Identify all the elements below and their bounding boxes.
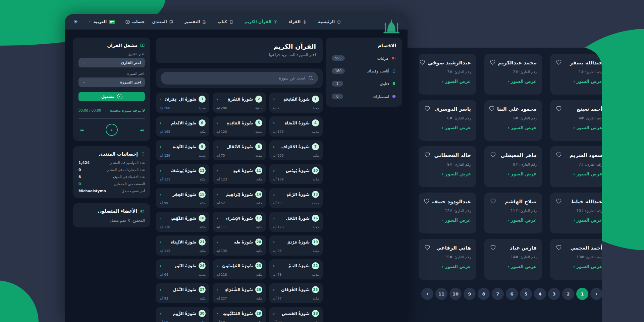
surah-card[interactable]: 14 سُورَةُ إِبْرَاهِيمَ ‹ مكية 52 آية <box>213 188 266 208</box>
reciter-card[interactable]: أحمد العجمي رقم القارئ: #13 عرض السور ‹ <box>550 239 602 280</box>
category-item-consultations[interactable]: استشارات 0 <box>332 94 396 99</box>
pagination-page[interactable]: 11 <box>435 288 447 300</box>
surah-card[interactable]: 30 سُورَةُ الرُّومِ ‹ مكية 60 آية <box>156 307 209 322</box>
play-pause-button[interactable]: ▸ <box>106 124 118 136</box>
reciter-card[interactable]: فارس عباد رقم القارئ: #14 عرض السور ‹ <box>484 239 542 280</box>
pagination-next-button[interactable]: › <box>590 288 602 300</box>
pagination-page[interactable]: 1 <box>576 288 588 300</box>
pagination-page[interactable]: 7 <box>492 288 504 300</box>
surah-card[interactable]: 17 سُورَةُ الإِسْرَاءِ ‹ مكية 111 آية <box>213 212 266 232</box>
heart-icon[interactable] <box>555 198 562 206</box>
heart-icon[interactable] <box>555 244 562 252</box>
surah-search-input[interactable] <box>161 72 318 85</box>
heart-icon[interactable] <box>490 244 496 252</box>
view-surahs-link[interactable]: عرض السور ‹ <box>490 125 537 130</box>
reciter-card[interactable]: أحمد نعينع رقم القارئ: #4 عرض السور ‹ <box>550 100 602 141</box>
view-surahs-link[interactable]: عرض السور ‹ <box>424 79 471 84</box>
heart-icon[interactable] <box>424 244 431 252</box>
reciter-card[interactable]: ياسر الدوسري رقم القارئ: #6 عرض السور ‹ <box>419 100 476 141</box>
view-surahs-link[interactable]: عرض السور ‹ <box>490 218 537 223</box>
view-surahs-link[interactable]: عرض السور ‹ <box>490 79 537 84</box>
surah-card[interactable]: 11 سُورَةُ هُودٍ ‹ مكية 123 آية <box>213 164 266 184</box>
view-surahs-link[interactable]: عرض السور ‹ <box>555 171 602 176</box>
heart-icon[interactable] <box>419 59 426 67</box>
heart-icon[interactable] <box>489 59 496 67</box>
heart-icon[interactable] <box>555 151 562 159</box>
view-surahs-link[interactable]: عرض السور ‹ <box>555 79 602 84</box>
surah-card[interactable]: 21 سُورَةُ الأَنْبِيَاءِ ‹ مكية 112 آية <box>156 235 209 256</box>
heart-icon[interactable] <box>490 151 496 159</box>
surah-card[interactable]: 7 سُورَةُ الأَعْرَافِ ‹ مكية 206 آية <box>269 140 323 160</box>
surah-card[interactable]: 28 سُورَةُ القَصَصِ ‹ مكية 88 آية <box>269 307 323 322</box>
heart-icon[interactable] <box>424 105 431 113</box>
pagination-page[interactable]: 8 <box>478 288 490 300</box>
view-surahs-link[interactable]: عرض السور ‹ <box>424 171 471 176</box>
view-surahs-link[interactable]: عرض السور ‹ <box>555 218 602 223</box>
reciter-select[interactable]: اختر القارئ <box>78 58 145 67</box>
rewind-icon[interactable]: ◂◂ <box>140 127 143 132</box>
surah-card[interactable]: 22 سُورَةُ الحَجِّ ‹ مدنية 78 آية <box>269 259 323 279</box>
view-surahs-link[interactable]: عرض السور ‹ <box>555 264 602 269</box>
reciter-card[interactable]: هاني الرفاعي رقم القارئ: #15 عرض السور ‹ <box>419 239 476 280</box>
surah-card[interactable]: 23 سُورَةُ المُؤْمِنُونَ ‹ مكية 118 آية <box>213 259 266 279</box>
surah-card[interactable]: 29 سُورَةُ العَنْكَبُوتِ ‹ مكية 69 آية <box>213 307 266 322</box>
pagination-page[interactable]: 5 <box>520 288 532 300</box>
view-surahs-link[interactable]: عرض السور ‹ <box>424 125 471 130</box>
nav-item-quran[interactable]: القرآن الكريم <box>245 19 278 24</box>
account-button[interactable]: حساب <box>125 19 145 24</box>
heart-icon[interactable] <box>555 105 562 113</box>
fast-forward-icon[interactable]: ▸▸ <box>80 127 84 132</box>
surah-card[interactable]: 25 سُورَةُ الفُرْقَانِ ‹ مكية 77 آية <box>269 283 323 303</box>
view-surahs-link[interactable]: عرض السور ‹ <box>490 171 537 176</box>
pagination-page[interactable]: 4 <box>534 288 546 300</box>
surah-card[interactable]: 8 سُورَةُ الأَنْفَالِ ‹ مدنية 75 آية <box>213 140 266 160</box>
heart-icon[interactable] <box>555 59 562 67</box>
surah-card[interactable]: 9 سُورَةُ التَّوْبَةِ ‹ مدنية 129 آية <box>156 140 209 160</box>
reciter-card[interactable]: ماهر المعيقلي رقم القارئ: #8 عرض السور ‹ <box>484 146 542 187</box>
surah-card[interactable]: 19 سُورَةُ مَرْيَمَ ‹ مكية 98 آية <box>269 235 323 256</box>
play-button[interactable]: ▸ تشغيل <box>78 92 145 101</box>
reciter-card[interactable]: عبدالله بصفر رقم القارئ: #1 عرض السور ‹ <box>550 54 602 95</box>
surah-card[interactable]: 3 سُورَةُ آلِ عِمْرَانَ ‹ مدنية 200 آية <box>156 93 209 113</box>
nav-item-forum[interactable]: المنتدى <box>152 19 173 24</box>
reciter-card[interactable]: محمد عبدالكريم رقم القارئ: #2 عرض السور … <box>484 54 542 95</box>
surah-card[interactable]: 6 سُورَةُ الأَنْعَامِ ‹ مكية 165 آية <box>156 116 209 137</box>
reciter-card[interactable]: عبدالودود حنيف رقم القارئ: #12 عرض السور… <box>419 193 476 233</box>
pagination-page[interactable]: 2 <box>562 288 574 300</box>
reciter-card[interactable]: عبدالرشيد صوفي رقم القارئ: #3 عرض السور … <box>419 54 476 95</box>
surah-card[interactable]: 15 سُورَةُ الحِجْرِ ‹ مكية 99 آية <box>156 188 209 208</box>
surah-card[interactable]: 20 سُورَةُ طه ‹ مكية 135 آية <box>213 235 266 256</box>
reciter-card[interactable]: محمود علي البنا رقم القارئ: #5 عرض السور… <box>484 100 542 141</box>
pagination-page[interactable]: 3 <box>548 288 560 300</box>
view-surahs-link[interactable]: عرض السور ‹ <box>424 264 471 269</box>
surah-card[interactable]: 10 سُورَةُ يُونُسَ ‹ مكية 109 آية <box>269 164 323 184</box>
surah-card[interactable]: 26 سُورَةُ الشُّعَرَاءِ ‹ مكية 227 آية <box>213 283 266 303</box>
language-selector[interactable]: العربية <box>88 19 115 24</box>
progress-bar[interactable] <box>78 118 145 119</box>
pagination-prev-button[interactable]: ‹ <box>421 288 433 300</box>
category-item-videos[interactable]: مرئيات 555 <box>332 55 396 61</box>
heart-icon[interactable] <box>488 105 495 113</box>
view-surahs-link[interactable]: عرض السور ‹ <box>490 264 537 269</box>
surah-card[interactable]: 27 سُورَةُ النَّمْلِ ‹ مكية 93 آية <box>156 283 209 303</box>
surah-card[interactable]: 24 سُورَةُ النُّورِ ‹ مدنية 64 آية <box>156 259 209 279</box>
surah-card[interactable]: 13 سُورَةُ الرَّعْدِ ‹ مدنية 43 آية <box>269 188 323 208</box>
pagination-page[interactable]: 6 <box>506 288 518 300</box>
heart-icon[interactable] <box>490 198 496 206</box>
heart-icon[interactable] <box>423 198 430 206</box>
nav-item-reciters[interactable]: القراء <box>289 19 307 24</box>
surah-card[interactable]: 1 سُورَةُ ٱلْفَاتِحَةِ ‹ مكية 7 آية <box>269 93 323 113</box>
category-item-anasheed[interactable]: ♫ أناشيد وقصائد 180 <box>332 68 396 74</box>
surah-card[interactable]: 4 سُورَةُ النِّسَاءِ ‹ مدنية 176 آية <box>269 116 323 137</box>
nav-item-home[interactable]: الرئيسية <box>318 19 341 24</box>
mosque-logo[interactable] <box>383 19 400 34</box>
surah-card[interactable]: 16 سُورَةُ النَّحْلِ ‹ مكية 128 آية <box>269 212 323 232</box>
view-surahs-link[interactable]: عرض السور ‹ <box>424 218 471 223</box>
surah-card[interactable]: 2 سُورَةُ البَقَرَةِ ‹ مدنية 286 آية <box>213 93 266 113</box>
surah-select[interactable]: اختر السورة <box>78 77 145 87</box>
nav-item-book[interactable]: كتاب <box>217 19 233 24</box>
reciter-card[interactable]: عبدالله خياط رقم القارئ: #10 عرض السور ‹ <box>550 193 602 233</box>
category-item-fatwa[interactable]: فتاوى 1 <box>332 81 396 87</box>
heart-icon[interactable] <box>424 151 431 159</box>
surah-card[interactable]: 5 سُورَةُ المَائِدَةِ ‹ مدنية 120 آية <box>213 116 266 137</box>
